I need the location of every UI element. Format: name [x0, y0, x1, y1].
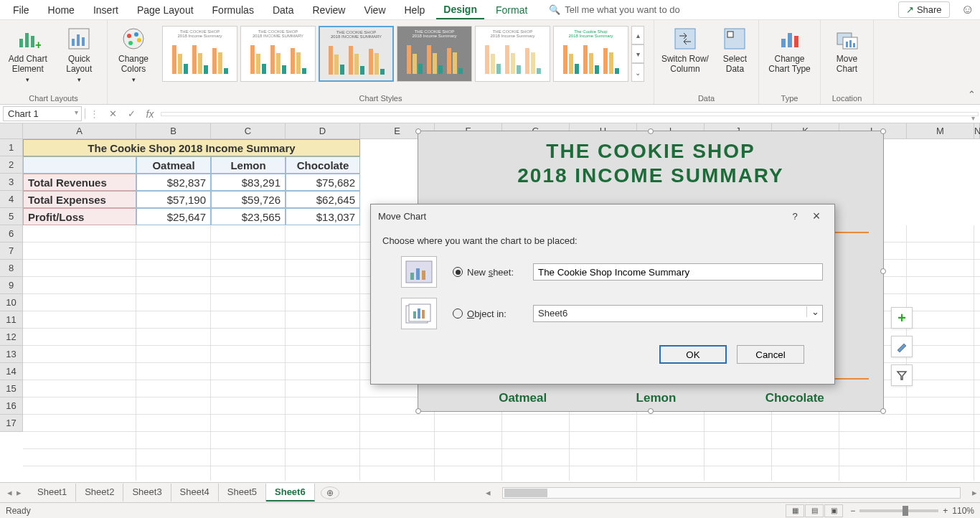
cell-A12[interactable] [23, 329, 136, 346]
row-header-16[interactable]: 16 [0, 397, 23, 415]
cell-K20[interactable] [772, 466, 839, 481]
select-data-button[interactable]: Select Data [716, 23, 754, 77]
row-header-5[interactable]: 5 [0, 208, 23, 225]
cell-N17[interactable] [974, 415, 980, 432]
select-all-corner[interactable] [0, 123, 23, 138]
sheet-nav-next[interactable]: ▸ [17, 487, 22, 498]
cell-K19[interactable] [772, 449, 839, 466]
cell-D8[interactable] [286, 260, 360, 277]
tab-file[interactable]: File [6, 1, 37, 19]
column-header-B[interactable]: B [136, 123, 211, 138]
cell-A2[interactable] [23, 156, 136, 174]
row-header-13[interactable]: 13 [0, 346, 23, 363]
cell-B20[interactable] [136, 466, 211, 481]
switch-row-column-button[interactable]: Switch Row/ Column [659, 23, 712, 77]
cell-L19[interactable] [839, 449, 907, 466]
view-page-break-button[interactable]: ▣ [824, 504, 843, 517]
cell-C20[interactable] [211, 466, 286, 481]
cell-M14[interactable] [907, 363, 974, 380]
dialog-close-button[interactable]: × [806, 209, 827, 224]
change-chart-type-button[interactable]: Change Chart Type [763, 23, 816, 77]
column-header-M[interactable]: M [907, 123, 974, 138]
tab-review[interactable]: Review [306, 1, 353, 19]
column-header-C[interactable]: C [211, 123, 286, 138]
cell-D14[interactable] [286, 363, 360, 380]
cell-B12[interactable] [136, 329, 211, 346]
radio-new-sheet[interactable]: New sheet: [453, 267, 524, 278]
zoom-in-button[interactable]: + [943, 506, 948, 516]
cell-N10[interactable] [974, 294, 980, 311]
cell-F18[interactable] [435, 432, 502, 449]
cell-G17[interactable] [502, 415, 570, 432]
cell-D20[interactable] [286, 466, 360, 481]
row-header-10[interactable]: 10 [0, 294, 23, 311]
cell-G20[interactable] [502, 466, 570, 481]
cell-N13[interactable] [974, 346, 980, 363]
dialog-ok-button[interactable]: OK [659, 345, 727, 364]
row-header-11[interactable]: 11 [0, 311, 23, 329]
chart-style-4[interactable]: THE COOKIE SHOP2018 Income Summary [397, 26, 472, 82]
hscroll-left[interactable]: ◂ [483, 487, 494, 498]
formula-input[interactable] [161, 112, 979, 116]
row-header-4[interactable]: 4 [0, 191, 23, 208]
tab-home[interactable]: Home [41, 1, 82, 19]
tab-help[interactable]: Help [397, 1, 433, 19]
cell-B18[interactable] [136, 432, 211, 449]
insert-function-button[interactable]: fx [141, 108, 159, 120]
cell-A5[interactable]: Profit/Loss [23, 208, 136, 225]
cell-J17[interactable] [705, 415, 772, 432]
cell-D19[interactable] [286, 449, 360, 466]
chart-filters-button[interactable] [891, 364, 913, 386]
tab-view[interactable]: View [357, 1, 392, 19]
cell-C2[interactable]: Lemon [211, 156, 286, 174]
cell-C14[interactable] [211, 363, 286, 380]
cell-D9[interactable] [286, 277, 360, 294]
cell-D6[interactable] [286, 225, 360, 242]
cell-G18[interactable] [502, 432, 570, 449]
cell-A1[interactable]: The Cookie Shop 2018 Income Summary [23, 139, 360, 156]
cell-M12[interactable] [907, 329, 974, 346]
move-chart-button[interactable]: Move Chart [825, 23, 869, 77]
cell-A6[interactable] [23, 225, 136, 242]
cell-A19[interactable] [23, 449, 136, 466]
row-header-9[interactable]: 9 [0, 277, 23, 294]
cell-N7[interactable] [974, 242, 980, 260]
column-header-A[interactable]: A [23, 123, 136, 138]
cell-C9[interactable] [211, 277, 286, 294]
chart-title[interactable]: THE COOKIE SHOP [418, 131, 883, 163]
cell-J18[interactable] [705, 432, 772, 449]
row-header-1[interactable]: 1 [0, 139, 23, 156]
style-nav-up[interactable]: ▴ [631, 26, 644, 44]
cell-C13[interactable] [211, 346, 286, 363]
cell-A18[interactable] [23, 432, 136, 449]
cell-B3[interactable]: $82,837 [136, 174, 211, 191]
row-header-17[interactable]: 17 [0, 415, 23, 432]
cell-K17[interactable] [772, 415, 839, 432]
row-header-14[interactable]: 14 [0, 363, 23, 380]
cell-B6[interactable] [136, 225, 211, 242]
cell-N20[interactable] [974, 466, 980, 481]
cell-C8[interactable] [211, 260, 286, 277]
cell-C11[interactable] [211, 311, 286, 329]
cell-N8[interactable] [974, 260, 980, 277]
cell-C17[interactable] [211, 415, 286, 432]
cell-M13[interactable] [907, 346, 974, 363]
cell-L20[interactable] [839, 466, 907, 481]
cell-C18[interactable] [211, 432, 286, 449]
cell-B4[interactable]: $57,190 [136, 191, 211, 208]
cell-A9[interactable] [23, 277, 136, 294]
radio-object-in[interactable]: Object in: [453, 309, 524, 319]
cell-B2[interactable]: Oatmeal [136, 156, 211, 174]
tab-page-layout[interactable]: Page Layout [130, 1, 201, 19]
cell-B13[interactable] [136, 346, 211, 363]
cell-A16[interactable] [23, 397, 136, 415]
cell-C16[interactable] [211, 397, 286, 415]
cell-J20[interactable] [705, 466, 772, 481]
row-header-8[interactable]: 8 [0, 260, 23, 277]
chart-style-3[interactable]: THE COOKIE SHOP2018 INCOME SUMMARY [319, 26, 394, 82]
cell-A11[interactable] [23, 311, 136, 329]
change-colors-button[interactable]: Change Colors▾ [112, 23, 155, 86]
tab-data[interactable]: Data [265, 1, 301, 19]
cell-C3[interactable]: $83,291 [211, 174, 286, 191]
row-header-2[interactable]: 2 [0, 156, 23, 174]
